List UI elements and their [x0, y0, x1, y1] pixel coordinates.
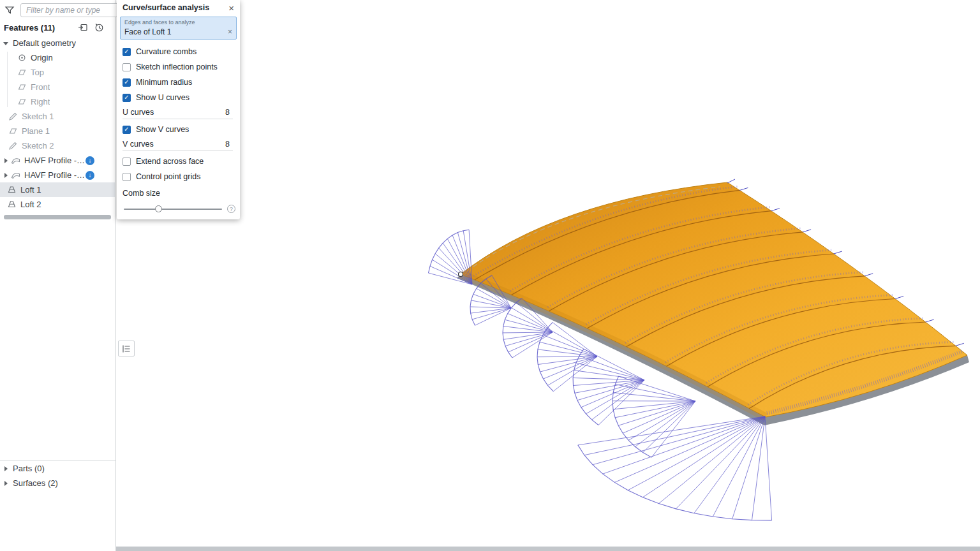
filter-input[interactable] [20, 3, 131, 17]
tree-item-havf-profile-1[interactable]: HAVF Profile - ... [0, 153, 115, 168]
tree-item-loft-1[interactable]: Loft 1 [0, 182, 115, 197]
wing-surface-face[interactable] [461, 182, 967, 417]
u-curves-input[interactable]: 8 [225, 108, 233, 117]
plane-icon [8, 126, 18, 136]
checkbox-row-curvature-combs[interactable]: Curvature combs [117, 44, 240, 59]
filter-icon[interactable] [4, 4, 15, 16]
minimum-radius-checkbox[interactable] [122, 78, 131, 87]
plane-icon [17, 68, 27, 77]
origin-icon [17, 53, 27, 62]
tree-item-default-geometry[interactable]: Default geometry [0, 36, 115, 50]
outline-list-icon [121, 343, 132, 355]
comb-size-slider[interactable] [124, 209, 222, 210]
field-label: Edges and faces to analyze [124, 19, 232, 26]
surface-icon [11, 170, 20, 180]
update-available-icon[interactable] [85, 156, 94, 165]
feature-tree: Default geometry Origin Top Front [0, 36, 115, 212]
tree-horizontal-scrollbar[interactable] [4, 215, 111, 219]
control-point-grids-checkbox[interactable] [122, 173, 131, 181]
profile-vertex-marker [459, 272, 463, 277]
help-icon[interactable]: ? [227, 205, 235, 213]
show-v-curves-checkbox[interactable] [122, 126, 131, 134]
features-header: Features (11) [4, 23, 55, 33]
tree-item-front-plane[interactable]: Front [0, 80, 115, 94]
comb-size-slider-handle[interactable] [155, 205, 162, 212]
checkbox-row-extend-across-face[interactable]: Extend across face [117, 154, 240, 169]
tree-item-loft-2[interactable]: Loft 2 [0, 197, 115, 212]
tree-item-origin[interactable]: Origin [0, 50, 115, 65]
surface-icon [11, 156, 20, 165]
tree-item-right-plane[interactable]: Right [0, 94, 115, 109]
sketch-icon [8, 141, 18, 151]
close-icon[interactable]: × [228, 3, 234, 13]
update-available-icon[interactable] [85, 171, 94, 180]
tree-item-plane-1[interactable]: Plane 1 [0, 124, 115, 138]
plane-icon [17, 82, 27, 92]
show-u-curves-checkbox[interactable] [122, 94, 131, 102]
tree-item-top-plane[interactable]: Top [0, 65, 115, 80]
curvature-combs-checkbox[interactable] [122, 48, 131, 56]
tree-item-havf-profile-2[interactable]: HAVF Profile - ... [0, 168, 115, 182]
rollback-icon[interactable] [94, 22, 104, 33]
extend-across-face-checkbox[interactable] [122, 158, 131, 166]
curve-surface-analysis-dialog: Curve/surface analysis × Edges and faces… [117, 0, 240, 219]
v-curves-count-row: V curves 8 [122, 137, 233, 151]
viewport-tree-toggle-button[interactable] [118, 341, 135, 356]
checkbox-row-sketch-inflection-points[interactable]: Sketch inflection points [117, 59, 240, 75]
tree-item-sketch-2[interactable]: Sketch 2 [0, 138, 115, 153]
edges-faces-to-analyze-field[interactable]: Edges and faces to analyze Face of Loft … [120, 17, 237, 40]
chevron-down-icon[interactable] [3, 40, 9, 47]
checkbox-row-show-u-curves[interactable]: Show U curves [117, 90, 240, 105]
loft-icon [7, 185, 17, 195]
chevron-right-icon[interactable] [3, 172, 9, 179]
sketch-icon [8, 112, 18, 121]
loft-icon [7, 200, 17, 209]
feature-tree-panel: Features (11) Default geometry Or [0, 0, 116, 551]
u-curves-count-row: U curves 8 [122, 105, 233, 119]
chevron-right-icon[interactable] [3, 466, 9, 472]
checkbox-row-show-v-curves[interactable]: Show V curves [117, 122, 240, 137]
tip-corner-tick [727, 179, 735, 183]
bottom-scrollbar[interactable] [0, 547, 980, 551]
v-curves-input[interactable]: 8 [225, 140, 233, 149]
sketch-inflection-points-checkbox[interactable] [122, 63, 131, 71]
chevron-right-icon[interactable] [3, 480, 9, 487]
clear-selection-icon[interactable]: × [228, 27, 232, 36]
comb-size-label: Comb size [117, 184, 240, 198]
checkbox-row-minimum-radius[interactable]: Minimum radius [117, 75, 240, 90]
section-surfaces[interactable]: Surfaces (2) [0, 476, 115, 490]
section-parts[interactable]: Parts (0) [0, 461, 115, 476]
tree-item-sketch-1[interactable]: Sketch 1 [0, 109, 115, 124]
dialog-title: Curve/surface analysis [122, 3, 209, 12]
selected-face-value: Face of Loft 1 [124, 27, 171, 36]
chevron-right-icon[interactable] [3, 158, 9, 164]
plane-icon [17, 97, 27, 107]
create-folder-icon[interactable] [78, 22, 88, 33]
checkbox-row-control-point-grids[interactable]: Control point grids [117, 169, 240, 184]
